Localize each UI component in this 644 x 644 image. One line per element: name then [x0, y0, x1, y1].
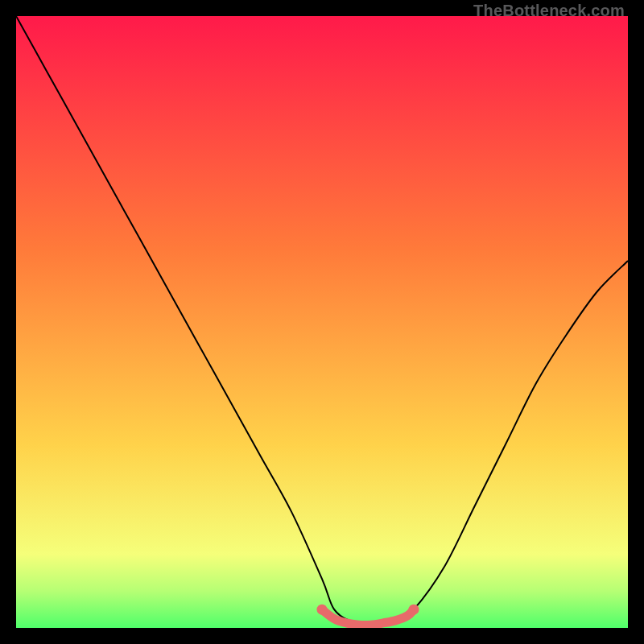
- highlight-endpoint: [409, 605, 419, 615]
- watermark-text: TheBottleneck.com: [473, 2, 625, 20]
- highlight-endpoint: [317, 605, 328, 615]
- bottleneck-chart: [16, 16, 628, 628]
- chart-frame: [16, 16, 628, 628]
- gradient-background: [16, 16, 628, 628]
